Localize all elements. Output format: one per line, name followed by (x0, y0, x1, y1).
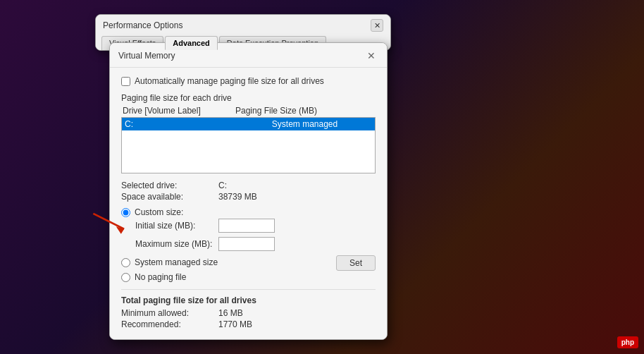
auto-manage-checkbox[interactable] (121, 77, 130, 86)
drive-row-c[interactable]: C: System managed (122, 118, 375, 130)
drives-table-header: Drive [Volume Label] Paging File Size (M… (121, 106, 376, 116)
section-divider (121, 289, 376, 290)
drives-list[interactable]: C: System managed (121, 117, 376, 173)
drive-info-grid: Selected drive: C: Space available: 3873… (121, 181, 376, 202)
initial-size-row: Initial size (MB): (135, 219, 376, 233)
drive-letter: C: (125, 119, 237, 129)
initial-size-label: Initial size (MB): (135, 221, 213, 231)
col-header-pagesize: Paging File Size (MB) (235, 106, 374, 116)
custom-size-label: Custom size: (135, 207, 183, 217)
no-paging-label: No paging file (135, 272, 186, 282)
auto-manage-label: Automatically manage paging file size fo… (135, 76, 324, 86)
minimum-value: 16 MB (218, 308, 376, 318)
recommended-value: 1770 MB (218, 319, 376, 329)
total-section: Total paging file size for all drives Mi… (121, 295, 376, 329)
perf-titlebar: Performance Options ✕ (96, 15, 390, 32)
system-managed-radio[interactable] (121, 258, 130, 267)
maximum-size-input[interactable] (218, 237, 275, 251)
selected-drive-value: C: (218, 181, 376, 190)
vm-title: Virtual Memory (118, 51, 175, 61)
perf-close-button[interactable]: ✕ (371, 19, 383, 32)
vm-close-button[interactable]: ✕ (364, 49, 378, 63)
no-paging-row: No paging file (121, 272, 376, 282)
system-managed-label: System managed size (135, 257, 218, 267)
no-paging-radio[interactable] (121, 273, 130, 282)
virtual-memory-dialog: Virtual Memory ✕ Automatically manage pa… (109, 42, 388, 340)
perf-title: Performance Options (103, 20, 182, 30)
radio-section: Custom size: Initial size (MB): Maximum … (121, 207, 376, 283)
space-available-value: 38739 MB (218, 192, 376, 202)
col-header-drive: Drive [Volume Label] (123, 106, 235, 116)
custom-size-radio[interactable] (121, 208, 130, 217)
drive-size: System managed (237, 119, 372, 129)
space-available-label: Space available: (121, 192, 213, 202)
paging-section-label: Paging file size for each drive (121, 93, 376, 103)
system-managed-row: System managed size Set (121, 255, 376, 271)
minimum-label: Minimum allowed: (121, 308, 213, 318)
custom-size-radio-row: Custom size: (121, 207, 376, 217)
total-section-title: Total paging file size for all drives (121, 295, 376, 305)
recommended-label: Recommended: (121, 319, 213, 329)
total-grid: Minimum allowed: 16 MB Recommended: 1770… (121, 308, 376, 329)
maximum-size-row: Maximum size (MB): (135, 237, 376, 251)
selected-drive-label: Selected drive: (121, 181, 213, 190)
php-badge: php (617, 336, 638, 348)
set-button[interactable]: Set (336, 255, 376, 271)
vm-body: Automatically manage paging file size fo… (110, 68, 387, 339)
initial-size-input[interactable] (218, 219, 275, 233)
maximum-size-label: Maximum size (MB): (135, 239, 213, 249)
vm-titlebar: Virtual Memory ✕ (110, 43, 387, 68)
auto-manage-row: Automatically manage paging file size fo… (121, 76, 376, 86)
tab-advanced[interactable]: Advanced (165, 36, 218, 50)
